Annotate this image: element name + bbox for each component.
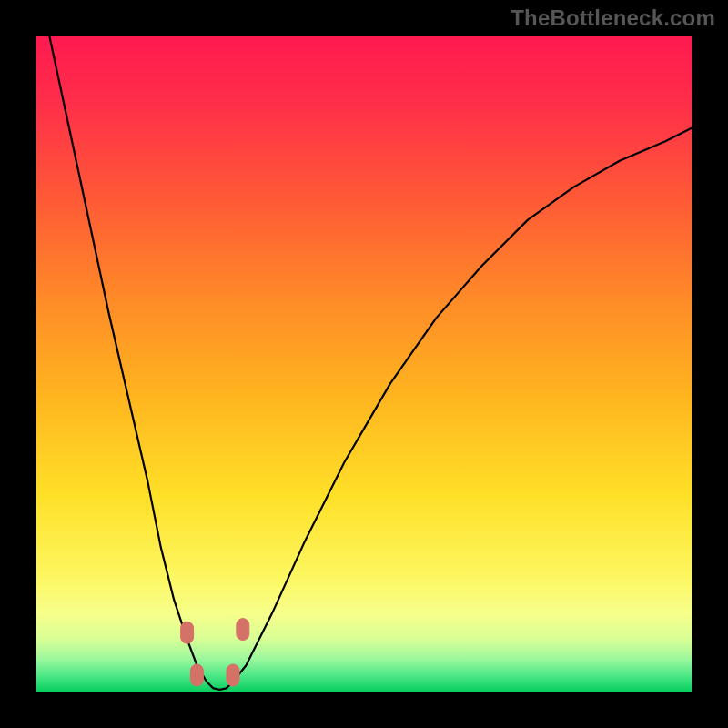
curve-marker <box>181 622 194 643</box>
watermark-text: TheBottleneck.com <box>511 5 715 31</box>
curve-marker <box>227 664 239 686</box>
curve-marker <box>190 664 203 686</box>
bottleneck-curve <box>36 36 692 692</box>
plot-area <box>36 36 692 692</box>
curve-marker <box>237 619 249 641</box>
chart-frame: TheBottleneck.com <box>0 0 728 728</box>
